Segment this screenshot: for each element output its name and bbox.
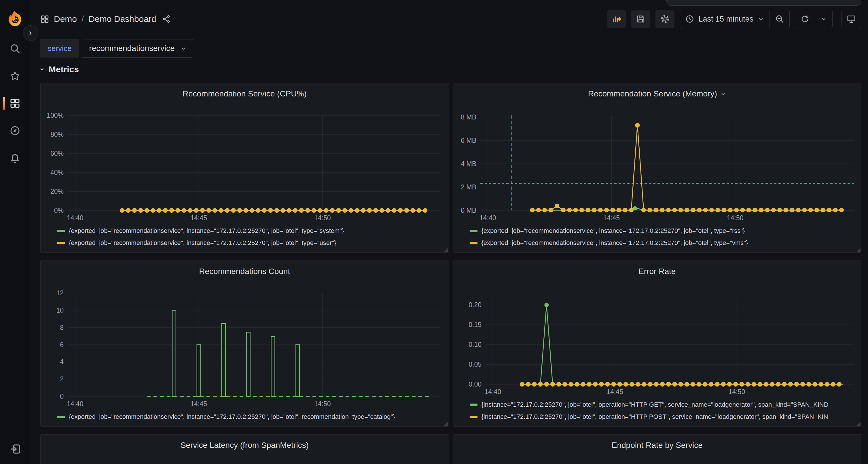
variable-label: service: [40, 39, 79, 58]
zoom-out-icon: [775, 14, 784, 24]
legend-label[interactable]: {exported_job="recommendationservice", i…: [69, 227, 344, 235]
sidebar-item-alerting[interactable]: [9, 153, 21, 164]
svg-text:12: 12: [56, 289, 64, 297]
svg-text:0.20: 0.20: [469, 301, 482, 308]
svg-text:80%: 80%: [51, 131, 64, 138]
sidebar-item-search[interactable]: [9, 43, 21, 54]
svg-text:20%: 20%: [51, 188, 64, 195]
panel-title[interactable]: Recommendation Service (Memory): [453, 83, 861, 104]
chart-svg: 0%20%40%60%80%100%14:4014:4514:50: [41, 104, 449, 225]
svg-text:14:50: 14:50: [726, 214, 743, 222]
legend-swatch: [57, 230, 65, 232]
add-panel-icon: [612, 14, 621, 24]
panel-resize-handle[interactable]: [444, 422, 448, 426]
breadcrumb-section[interactable]: Demo: [54, 14, 77, 24]
panel-resize-handle[interactable]: [444, 248, 448, 252]
sign-in-icon: [10, 443, 21, 455]
breadcrumb-separator: /: [82, 14, 84, 24]
svg-text:0.15: 0.15: [469, 321, 482, 328]
legend-row: {exported_job="recommendationservice", i…: [57, 237, 444, 249]
panel-title[interactable]: Recommendations Count: [41, 261, 449, 282]
svg-text:60%: 60%: [51, 150, 64, 157]
refresh-button[interactable]: [795, 10, 815, 28]
svg-text:14:40: 14:40: [479, 214, 496, 222]
refresh-group: [795, 10, 833, 28]
svg-text:4 MB: 4 MB: [461, 160, 476, 168]
add-panel-button[interactable]: [607, 10, 626, 28]
sidebar-item-dashboards[interactable]: [9, 98, 21, 109]
variable-row: service recommendationservice: [30, 38, 868, 58]
panel-recommendations-count: Recommendations Count 02468101214:4014:4…: [40, 261, 449, 427]
search-icon: [9, 43, 21, 54]
legend-row: {instance="172.17.0.2:25270", job="otel"…: [470, 399, 857, 411]
chevron-down-icon: [180, 45, 187, 52]
legend: {instance="172.17.0.2:25270", job="otel"…: [453, 399, 861, 426]
svg-text:14:50: 14:50: [314, 214, 331, 222]
time-range-label: Last 15 minutes: [699, 15, 753, 24]
share-icon[interactable]: [162, 15, 171, 23]
svg-text:0: 0: [60, 393, 64, 400]
bell-icon: [9, 153, 21, 164]
sidebar: [0, 0, 30, 464]
main-content: Demo / Demo Dashboard Last 15 minutes: [30, 0, 868, 464]
legend-row: {exported_job="recommendationservice", i…: [470, 225, 857, 237]
legend: {exported_job="recommendationservice", i…: [41, 225, 449, 253]
panel-title[interactable]: Service Latency (from SpanMetrics): [41, 435, 449, 456]
legend-label[interactable]: {instance="172.17.0.2:25270", job="otel"…: [482, 401, 829, 408]
svg-text:0.10: 0.10: [469, 341, 482, 348]
chart-error-rate[interactable]: 0.000.050.100.150.2014:4014:4514:50: [453, 282, 861, 399]
svg-text:0.05: 0.05: [469, 361, 482, 368]
chart-recommendations-count[interactable]: 02468101214:4014:4514:50: [41, 282, 449, 411]
chevron-down-icon: [39, 66, 45, 72]
panel-resize-handle[interactable]: [857, 422, 861, 426]
svg-text:40%: 40%: [51, 169, 64, 176]
legend-label[interactable]: {exported_job="recommendationservice", i…: [482, 239, 748, 247]
toolbar: Last 15 minutes: [607, 10, 861, 28]
legend-swatch: [57, 416, 65, 418]
panel-error-rate: Error Rate 0.000.050.100.150.2014:4014:4…: [453, 261, 862, 427]
svg-text:14:40: 14:40: [485, 388, 501, 396]
legend-label[interactable]: {instance="172.17.0.2:25270", job="otel"…: [482, 413, 828, 421]
panel-resize-handle[interactable]: [857, 248, 861, 252]
chevron-down-icon: [757, 15, 764, 23]
refresh-interval-button[interactable]: [815, 10, 832, 28]
sidebar-item-starred[interactable]: [9, 70, 21, 81]
svg-text:4: 4: [60, 358, 64, 366]
metrics-section-toggle[interactable]: Metrics: [30, 58, 868, 80]
chart-memory[interactable]: 0 MB2 MB4 MB6 MB8 MB14:4014:4514:50: [453, 104, 861, 225]
time-range-button[interactable]: Last 15 minutes: [680, 10, 770, 28]
panel-title[interactable]: Endpoint Rate by Service: [453, 435, 861, 456]
grafana-logo[interactable]: [7, 11, 23, 27]
svg-text:6 MB: 6 MB: [461, 137, 476, 144]
sidebar-bottom: [0, 443, 30, 454]
legend-row: {exported_job="recommendationservice", i…: [57, 411, 444, 423]
svg-text:6: 6: [60, 341, 64, 349]
sidebar-item-explore[interactable]: [9, 125, 21, 136]
service-variable-dropdown[interactable]: recommendationservice: [82, 39, 193, 58]
section-title: Metrics: [49, 64, 79, 74]
svg-text:14:45: 14:45: [607, 388, 623, 396]
save-dashboard-button[interactable]: [631, 10, 650, 28]
kiosk-mode-button[interactable]: [841, 10, 861, 28]
chevron-right-icon: [27, 30, 34, 36]
chart-svg: 0 MB2 MB4 MB6 MB8 MB14:4014:4514:50: [453, 104, 861, 225]
legend-label[interactable]: {exported_job="recommendationservice", i…: [69, 413, 395, 421]
svg-text:14:40: 14:40: [67, 400, 84, 407]
svg-text:0.00: 0.00: [469, 380, 482, 388]
svg-text:100%: 100%: [46, 112, 64, 119]
panel-endpoint-rate: Endpoint Rate by Service: [453, 434, 862, 464]
panel-title[interactable]: Error Rate: [453, 261, 861, 282]
legend-label[interactable]: {exported_job="recommendationservice", i…: [482, 227, 745, 235]
panel-title[interactable]: Recommendation Service (CPU%): [41, 83, 449, 104]
sidebar-item-sign-in[interactable]: [10, 443, 21, 454]
legend-label[interactable]: {exported_job="recommendationservice", i…: [69, 239, 336, 247]
time-range-group: Last 15 minutes: [680, 10, 790, 28]
chart-cpu[interactable]: 0%20%40%60%80%100%14:4014:4514:50: [41, 104, 449, 225]
legend-swatch: [57, 242, 65, 244]
dashboard-settings-button[interactable]: [655, 10, 675, 28]
zoom-out-button[interactable]: [770, 10, 789, 28]
monitor-icon: [847, 14, 856, 24]
sidebar-expand-button[interactable]: [23, 25, 38, 41]
breadcrumb-page-title: Demo Dashboard: [88, 14, 156, 24]
svg-text:2 MB: 2 MB: [461, 184, 476, 191]
